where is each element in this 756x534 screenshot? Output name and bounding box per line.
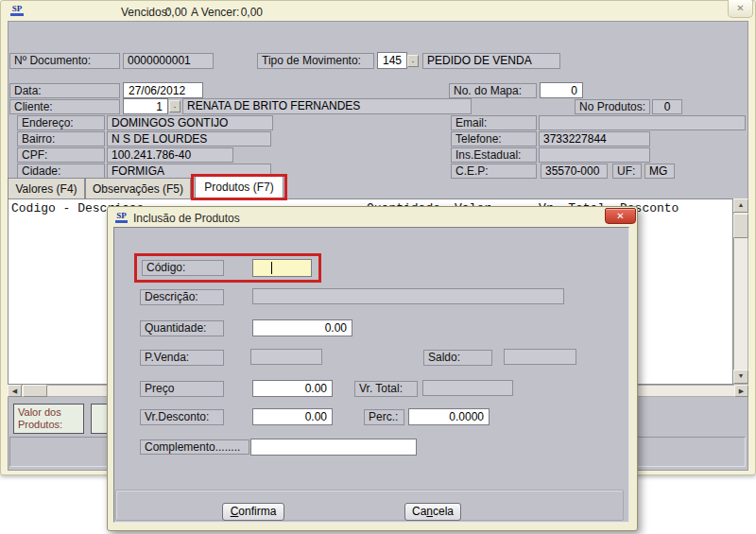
data-label: Data:	[9, 83, 120, 98]
app-logo-text: SP	[9, 4, 25, 13]
telefone-value: 3733227844	[539, 131, 650, 146]
codigo-label: Código:	[142, 260, 224, 276]
complemento-input[interactable]	[250, 439, 417, 456]
cep-value: 35570-000	[541, 164, 608, 179]
lookup-icon: .	[174, 100, 177, 110]
app-logo-bar	[10, 13, 24, 16]
endereco-value: DOMINGOS GONTIJO	[107, 115, 273, 130]
screen: SP Vencidos: 0,00 A Vencer: 0,00 ✕ Nº Do…	[0, 0, 756, 534]
quantidade-label: Quantidade:	[140, 320, 224, 336]
cancela-label-post: cela	[433, 505, 454, 518]
documento-value: 0000000001	[123, 53, 214, 69]
mapa-label: No. do Mapa:	[449, 83, 537, 98]
cidade-label: Cidade:	[17, 164, 105, 179]
scroll-up-button[interactable]: ▲	[733, 198, 748, 213]
bairro-label: Bairro:	[17, 131, 105, 146]
preco-input[interactable]	[252, 380, 333, 397]
vr-total-value	[422, 380, 513, 396]
window-close-button[interactable]: ✕	[728, 0, 753, 18]
app-logo-icon: SP	[9, 4, 25, 18]
tipo-movimento-label: Tipo de Movimento:	[257, 53, 374, 69]
saldo-label: Saldo:	[423, 350, 492, 366]
descricao-label: Descrição:	[140, 289, 224, 305]
dialog-close-icon: ✕	[616, 211, 624, 221]
cancela-label-pre: Ca	[412, 505, 426, 518]
cancela-label-accel: n	[426, 505, 433, 518]
vr-total-label: Vr. Total:	[354, 381, 418, 397]
vr-desconto-label: Vr.Desconto:	[140, 409, 224, 425]
scroll-right-icon: ▶	[739, 388, 744, 394]
tab-observacoes[interactable]: Observações (F5)	[85, 178, 191, 198]
bairro-value: N S DE LOURDES	[107, 131, 271, 146]
horizontal-scroll-thumb[interactable]	[23, 385, 47, 397]
dialog-button-panel	[115, 490, 624, 521]
descricao-value	[252, 288, 564, 304]
scroll-down-icon: ▼	[738, 372, 745, 379]
cliente-nome: RENATA DE BRITO FERNANDES	[182, 98, 472, 114]
cpf-label: CPF:	[17, 147, 105, 163]
scroll-left-icon: ◀	[12, 388, 17, 394]
dialog-close-button[interactable]: ✕	[605, 208, 636, 224]
tipo-movimento-code-input[interactable]	[377, 52, 407, 69]
codigo-input[interactable]	[252, 259, 312, 277]
dialog-logo-icon: SP	[114, 211, 129, 224]
a-vencer-value: 0,00	[227, 6, 263, 19]
perc-input[interactable]	[408, 408, 490, 425]
text-caret	[271, 262, 272, 274]
dialog-title: Inclusão de Produtos	[133, 212, 240, 225]
p-venda-label: P.Venda:	[140, 350, 224, 366]
ins-estadual-value	[539, 147, 650, 163]
scroll-up-icon: ▲	[738, 201, 745, 208]
p-venda-value	[250, 349, 322, 365]
email-value	[539, 115, 746, 130]
uf-label: UF:	[612, 164, 642, 179]
saldo-value	[504, 349, 576, 365]
uf-value: MG	[644, 164, 675, 179]
dialog-logo-text: SP	[114, 211, 129, 220]
lookup-icon: .	[412, 55, 415, 64]
vertical-scroll-thumb[interactable]	[733, 214, 748, 238]
data-input[interactable]	[123, 82, 203, 98]
quantidade-input[interactable]	[252, 319, 352, 336]
preco-label: Preço	[140, 381, 224, 397]
window-close-icon: ✕	[736, 3, 744, 13]
perc-label: Perc.:	[364, 409, 404, 425]
cep-label: C.E.P:	[451, 164, 537, 179]
ins-estadual-label: Ins.Estadual:	[451, 147, 537, 163]
complemento-label: Complemento........	[140, 439, 249, 455]
dialog-logo-bar	[115, 220, 128, 223]
documento-label: Nº Documento:	[9, 53, 120, 69]
email-label: Email:	[451, 115, 537, 130]
mapa-input[interactable]	[540, 82, 583, 98]
cpf-value: 100.241.786-40	[107, 147, 233, 163]
valor-produtos-box: Valor dos Produtos:	[13, 404, 84, 434]
telefone-label: Telefone:	[451, 131, 537, 146]
tipo-movimento-lookup-button[interactable]: .	[407, 55, 419, 67]
vencidos-value: 0,00	[151, 6, 187, 19]
confirma-label-post: onfirma	[238, 505, 276, 518]
produtos-count-value: 0	[652, 99, 682, 114]
tipo-movimento-desc: PEDIDO DE VENDA	[422, 53, 560, 69]
endereco-label: Endereço:	[17, 115, 105, 130]
tab-valores[interactable]: Valores (F4)	[8, 178, 85, 198]
cliente-label: Cliente:	[9, 99, 120, 114]
cancela-button[interactable]: Cancela	[404, 503, 461, 521]
tab-produtos[interactable]: Produtos (F7)	[195, 176, 284, 199]
scroll-down-button[interactable]: ▼	[733, 370, 748, 384]
produtos-count-label: No Produtos:	[575, 99, 650, 114]
scroll-right-button[interactable]: ▶	[734, 385, 748, 397]
vr-desconto-input[interactable]	[252, 408, 333, 425]
scroll-left-button[interactable]: ◀	[8, 385, 22, 397]
cliente-lookup-button[interactable]: .	[169, 100, 180, 112]
cliente-code-input[interactable]	[123, 98, 168, 114]
confirma-button[interactable]: Confirma	[222, 503, 284, 521]
